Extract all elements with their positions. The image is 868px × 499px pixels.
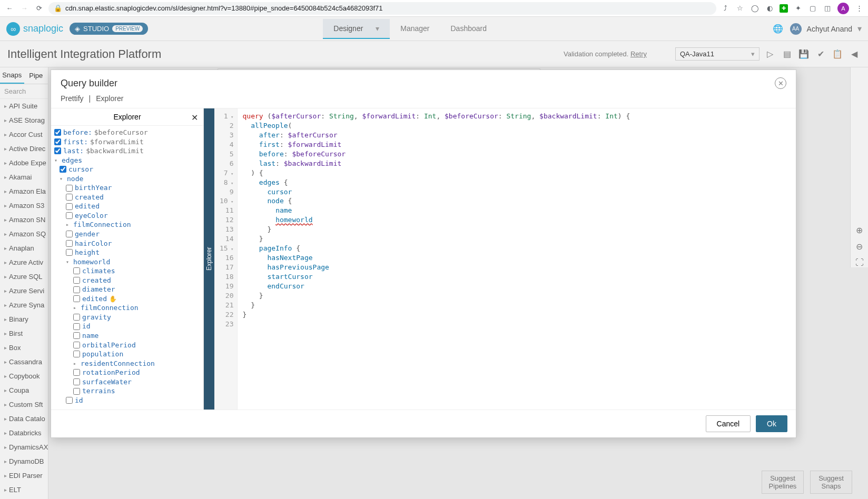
panel-icon[interactable]: ◫ [823,4,832,13]
ext3-icon[interactable]: ✚ [780,4,788,13]
tree-filmconnection[interactable]: ▸filmConnection [54,220,200,229]
studio-pill[interactable]: ◈ STUDIO PREVIEW [70,23,148,35]
tree-arg-before[interactable]: before: $beforeCursor [54,128,200,137]
suggest-snaps-button[interactable]: Suggest Snaps [810,471,852,494]
tree-field-surfaceWater[interactable]: surfaceWater [54,377,200,387]
suggest-pipelines-button[interactable]: Suggest Pipelines [762,471,804,494]
tab-designer[interactable]: Designer [323,19,390,39]
tree-field-hairColor[interactable]: hairColor [54,239,200,248]
puzzle-icon[interactable]: ✦ [793,4,803,13]
connector-item[interactable]: API Suite [0,99,48,113]
tree-field-height[interactable]: height [54,248,200,257]
connector-item[interactable]: DynamoDB [0,454,48,468]
explorer-link[interactable]: Explorer [96,94,123,103]
tab-manager[interactable]: Manager [390,19,440,39]
ext1-icon[interactable]: ◯ [750,4,760,13]
code-editor[interactable]: 1234567891011121314151617181920212223 qu… [214,108,796,410]
connector-item[interactable]: ELT [0,483,48,497]
tree-hw-filmconnection[interactable]: ▸filmConnection [54,303,200,313]
connector-item[interactable]: Active Direc [0,142,48,156]
tree-arg-first[interactable]: first: $forwardLimit [54,137,200,147]
zoom-in-icon[interactable]: ⊕ [856,225,863,235]
connector-item[interactable]: Box [0,341,48,355]
star-icon[interactable]: ☆ [735,4,745,13]
connector-item[interactable]: Custom Sft [0,397,48,412]
back-icon[interactable]: ← [4,3,15,14]
tree-field-name[interactable]: name [54,331,200,341]
user-avatar[interactable]: AA [790,23,802,35]
tree-field-climates[interactable]: climates [54,266,200,276]
tree-field-gravity[interactable]: gravity [54,313,200,322]
profile-avatar[interactable]: A [837,3,849,14]
tree-cursor[interactable]: cursor [54,165,200,174]
mini-tab-snaps[interactable]: Snaps [0,67,24,84]
tree-field-created[interactable]: created [54,276,200,285]
prettify-link[interactable]: Prettify [61,94,84,103]
connector-item[interactable]: Azure Activ [0,255,48,270]
connector-item[interactable]: Copybook [0,369,48,383]
tree-field-eyeColor[interactable]: eyeColor [54,211,200,221]
zoom-out-icon[interactable]: ⊖ [856,242,863,252]
connector-item[interactable]: Binary [0,312,48,326]
code-content[interactable]: query ($afterCursor: String, $forwardLim… [238,108,636,410]
connector-item[interactable]: Azure Syna [0,298,48,312]
connector-item[interactable]: ASE Storag [0,113,48,127]
forward-icon[interactable]: → [19,3,29,14]
url-bar[interactable]: 🔒 cdn.snap.elastic.snaplogicdev.com/sl/d… [48,2,716,15]
logo[interactable]: ∞ snaplogic [6,22,63,36]
connector-item[interactable]: Azure Servi [0,284,48,298]
connector-item[interactable]: Birst [0,326,48,341]
close-icon[interactable]: ✕ [775,77,786,89]
mini-tab-pipe[interactable]: Pipe [24,67,48,84]
save-icon[interactable]: 💾 [797,48,810,61]
tree-field-created[interactable]: created [54,193,200,202]
tree-field-id[interactable]: id [54,322,200,331]
connector-item[interactable]: Databricks [0,426,48,440]
cancel-button[interactable]: Cancel [706,415,751,432]
tree-field-population[interactable]: population [54,350,200,359]
connector-item[interactable]: Azure SQL [0,270,48,284]
kebab-icon[interactable]: ⋮ [854,4,864,13]
connector-item[interactable]: Akamai [0,170,48,184]
tree-edges[interactable]: ▾edges [54,156,200,165]
ext2-icon[interactable]: ◐ [765,4,774,13]
env-select[interactable]: QA-Java11 [675,47,760,61]
explorer-vertical-tab[interactable]: Explorer [204,108,214,410]
globe-icon[interactable]: 🌐 [771,22,785,36]
connector-item[interactable]: Data Catalo [0,412,48,426]
tree-residentconnection[interactable]: ▸residentConnection [54,359,200,368]
tree-field-orbitalPeriod[interactable]: orbitalPeriod [54,341,200,350]
collapse-icon[interactable]: ◀ [848,48,861,61]
connector-item[interactable]: Amazon Ela [0,184,48,198]
connector-item[interactable]: DynamicsAXKerberos [0,440,48,454]
cast-icon[interactable]: ▢ [808,4,817,13]
tree-node[interactable]: ▾node [54,174,200,184]
user-chevron-icon[interactable] [857,24,862,34]
tree-arg-last[interactable]: last: $backwardLimit [54,146,200,156]
reload-icon[interactable]: ⟳ [34,3,44,14]
connector-item[interactable]: EDI Parser [0,468,48,483]
tree-field-rotationPeriod[interactable]: rotationPeriod [54,368,200,377]
tree-field-edited[interactable]: edited [54,202,200,211]
connector-item[interactable]: Adobe Expe [0,156,48,170]
tree-field-terrains[interactable]: terrains [54,386,200,396]
ok-button[interactable]: Ok [756,415,787,432]
tree-field-birthYear[interactable]: birthYear [54,183,200,193]
search-input[interactable]: Search [0,84,48,99]
share-icon[interactable]: ⤴ [721,4,730,13]
connector-item[interactable]: Anaplan [0,241,48,255]
tree-field-gender[interactable]: gender [54,229,200,239]
connector-item[interactable]: Amazon SQ [0,227,48,241]
notes-icon[interactable]: 📋 [831,48,844,61]
retry-link[interactable]: Retry [630,50,647,58]
field-tree[interactable]: before: $beforeCursor first: $forwardLim… [51,126,203,410]
sheet-icon[interactable]: ▤ [781,48,793,61]
fit-icon[interactable]: ⛶ [855,258,864,267]
explorer-close-icon[interactable]: ✕ [191,113,198,123]
connector-item[interactable]: Amazon SN [0,213,48,227]
play-icon[interactable]: ▷ [764,48,776,61]
connector-item[interactable]: Cassandra [0,355,48,369]
tree-homeworld[interactable]: ▾homeworld [54,257,200,267]
connector-item[interactable]: Amazon S3 [0,198,48,213]
tab-dashboard[interactable]: Dashboard [440,19,498,39]
